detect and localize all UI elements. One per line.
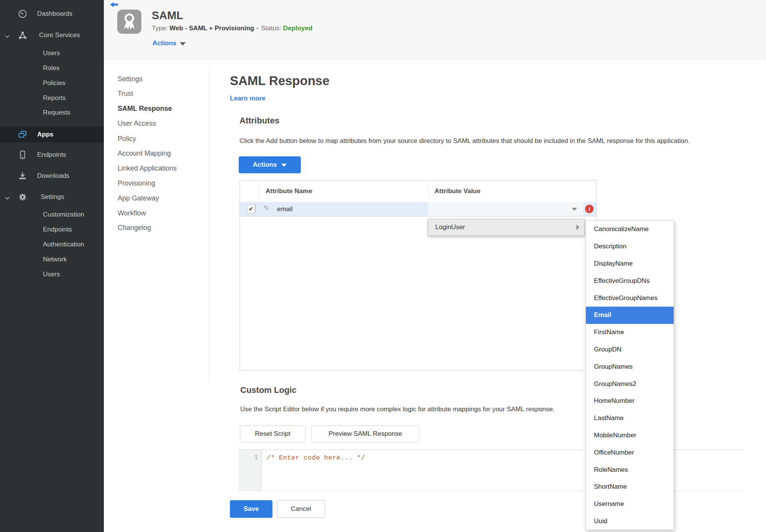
submenu-item-homenumber[interactable]: HomeNumber: [586, 392, 674, 410]
custom-logic-heading: Custom Logic: [240, 385, 297, 395]
sidebar-item-users[interactable]: Users: [0, 46, 104, 61]
tab-saml-response[interactable]: SAML Response: [118, 101, 172, 116]
attribute-value-dropdown[interactable]: [428, 202, 583, 216]
submenu-item-officenumber[interactable]: OfficeNumber: [586, 444, 674, 461]
app-meta: Type: Web - SAML + Provisioning•Status: …: [152, 25, 312, 32]
checkbox-focus-line: [256, 204, 256, 213]
actions-label: Actions: [153, 39, 176, 47]
save-button[interactable]: Save: [230, 500, 272, 518]
sidebar-item-endpoints-settings[interactable]: Endpoints: [0, 222, 104, 237]
sidebar-item-label: Requests: [43, 109, 71, 117]
submenu-item-uuid[interactable]: Uuid: [586, 513, 674, 530]
sidebar-item-roles[interactable]: Roles: [0, 61, 104, 76]
tab-settings[interactable]: Settings: [118, 71, 143, 87]
submenu-item-email[interactable]: Email: [586, 307, 674, 324]
attributes-actions-button[interactable]: Actions: [239, 156, 301, 173]
sidebar-item-core-services[interactable]: Core Services: [0, 28, 104, 43]
download-icon: [18, 171, 28, 181]
submenu-item-shortname[interactable]: ShortName: [586, 478, 674, 496]
submenu-item-effectivegroupnames[interactable]: EffectiveGroupNames: [586, 289, 674, 307]
app-window: Dashboards Core Services Users Roles Pol…: [0, 0, 766, 532]
tab-workflow[interactable]: Workflow: [118, 205, 146, 221]
editor-code[interactable]: /* Enter code here... */: [267, 454, 365, 461]
sidebar-item-settings[interactable]: Settings: [0, 189, 104, 205]
chevron-down-icon: [5, 33, 10, 38]
preview-saml-response-button[interactable]: Preview SAML Response: [312, 425, 419, 442]
actions-button-label: Actions: [253, 161, 277, 169]
back-arrow-icon[interactable]: [110, 2, 118, 7]
table-row[interactable]: ✔ ✎ email !: [240, 202, 596, 217]
app-header: SAML Type: Web - SAML + Provisioning•Sta…: [104, 0, 766, 60]
sidebar-item-authentication[interactable]: Authentication: [0, 237, 104, 252]
header-actions-menu[interactable]: Actions: [153, 39, 186, 47]
tab-trust[interactable]: Trust: [118, 86, 133, 101]
cancel-button[interactable]: Cancel: [277, 500, 325, 518]
attributes-description: Click the Add button below to map attrib…: [239, 137, 690, 145]
column-divider: [258, 184, 259, 199]
sidebar-item-downloads[interactable]: Downloads: [0, 168, 104, 184]
submenu-item-canonicalizename[interactable]: CanonicalizeName: [586, 221, 674, 238]
gear-icon: [18, 192, 28, 202]
tab-policy[interactable]: Policy: [118, 131, 136, 146]
table-header: Attribute Name Attribute Value: [240, 181, 596, 202]
preview-saml-response-label: Preview SAML Response: [328, 430, 402, 438]
sidebar-item-endpoints[interactable]: Endpoints: [0, 147, 104, 163]
column-header-attribute-name: Attribute Name: [266, 181, 312, 202]
sidebar-item-label: Endpoints: [37, 151, 66, 159]
saml-app-icon: [117, 10, 141, 34]
cancel-button-label: Cancel: [291, 505, 311, 513]
submenu-item-groupnames2[interactable]: GroupNames2: [586, 375, 674, 392]
sidebar-item-apps[interactable]: Apps: [0, 126, 104, 142]
attributes-table: Attribute Name Attribute Value ✔ ✎ email…: [239, 180, 597, 371]
sidebar-item-label: Dashboards: [37, 10, 72, 18]
submenu-item-lastname[interactable]: LastName: [586, 410, 674, 427]
submenu-item-groupnames[interactable]: GroupNames: [586, 358, 674, 375]
tab-user-access[interactable]: User Access: [118, 116, 156, 131]
status-badge: Deployed: [283, 25, 313, 32]
sidebar-item-customization[interactable]: Customization: [0, 207, 104, 222]
page-title: SAML Response: [230, 74, 330, 88]
submenu-item-effectivegroupdns[interactable]: EffectiveGroupDNs: [586, 272, 674, 289]
submenu-item-rolenames[interactable]: RoleNames: [586, 461, 674, 478]
sidebar-item-network[interactable]: Network: [0, 252, 104, 267]
editor-gutter: 1: [239, 450, 262, 491]
submenu-item-firstname[interactable]: FirstName: [586, 324, 674, 341]
submenu-item-displayname[interactable]: DisplayName: [586, 255, 674, 273]
submenu-item-groupdn[interactable]: GroupDN: [586, 341, 674, 358]
sidebar-item-requests[interactable]: Requests: [0, 105, 104, 120]
value-menu-loginuser[interactable]: LoginUser: [428, 219, 585, 236]
reset-script-button[interactable]: Reset Script: [240, 425, 305, 442]
sidebar-item-label: Users: [43, 49, 60, 57]
line-number: 1: [239, 454, 261, 461]
sidebar-item-label: Settings: [41, 193, 64, 201]
submenu-arrow-icon: [576, 225, 579, 230]
attribute-submenu: CanonicalizeName Description DisplayName…: [586, 220, 674, 530]
submenu-item-username[interactable]: Username: [586, 496, 674, 513]
submenu-item-mobilenumber[interactable]: MobileNumber: [586, 427, 674, 444]
learn-more-link[interactable]: Learn more: [230, 95, 266, 102]
sidebar-item-label: Policies: [43, 79, 66, 87]
sidebar-item-label: Downloads: [37, 172, 69, 180]
type-value: Web - SAML + Provisioning: [169, 25, 254, 32]
sidebar-item-reports[interactable]: Reports: [0, 90, 104, 106]
sidebar-item-label: Authentication: [43, 241, 84, 248]
tab-app-gateway[interactable]: App Gateway: [118, 190, 159, 206]
sidebar-item-label: Users: [43, 271, 60, 278]
meta-separator: •: [254, 25, 261, 32]
submenu-item-description[interactable]: Description: [586, 238, 674, 255]
sidebar-item-dashboards[interactable]: Dashboards: [0, 6, 104, 21]
apps-icon: [18, 130, 28, 140]
tab-provisioning[interactable]: Provisioning: [118, 176, 155, 191]
menu-item-label: LoginUser: [435, 219, 465, 235]
edit-icon[interactable]: ✎: [263, 204, 270, 213]
row-checkbox[interactable]: ✔: [247, 204, 255, 213]
sidebar-item-label: Endpoints: [43, 226, 72, 233]
tab-changelog[interactable]: Changelog: [118, 220, 151, 235]
sidebar-item-policies[interactable]: Policies: [0, 76, 104, 91]
tab-linked-applications[interactable]: Linked Applications: [118, 161, 177, 176]
caret-down-icon: [572, 208, 577, 211]
tab-account-mapping[interactable]: Account Mapping: [118, 146, 171, 161]
type-label: Type:: [152, 25, 168, 32]
sidebar-item-users-settings[interactable]: Users: [0, 267, 104, 282]
app-title: SAML: [152, 9, 183, 22]
